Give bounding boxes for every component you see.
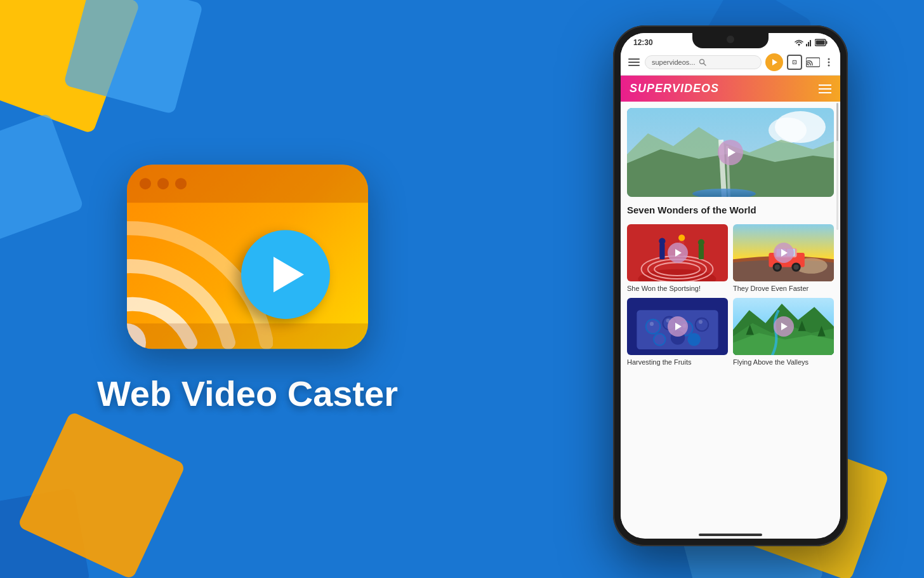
status-icons [795,39,828,46]
svg-point-13 [828,65,830,67]
status-time: 12:30 [633,38,653,47]
search-icon [699,58,706,66]
video-1-title: She Won the Sportsing! [627,284,728,293]
signal-bars-icon [806,39,812,46]
hamburger-menu-icon[interactable] [627,57,641,67]
svg-point-54 [654,335,664,345]
browser-toolbar[interactable]: supervideos... ⊡ [621,50,840,76]
more-options-icon[interactable] [824,57,834,67]
svg-rect-23 [659,243,664,260]
svg-point-11 [828,58,830,60]
phone-screen: 12:30 [621,33,840,539]
video-item-4[interactable]: Flying Above the Valleys [733,298,834,366]
svg-point-26 [678,234,685,241]
featured-video-title: Seven Wonders of the World [627,202,834,218]
svg-rect-7 [816,41,825,45]
svg-rect-6 [826,41,828,44]
featured-video-thumb[interactable] [627,108,834,197]
svg-point-38 [793,264,798,269]
video-4-play-button[interactable] [774,316,794,337]
svg-rect-2 [806,44,807,46]
svg-point-51 [696,319,708,330]
video-item-3[interactable]: Harvesting the Fruits [627,298,728,366]
svg-point-16 [769,118,807,143]
svg-point-36 [775,264,780,269]
dot-1 [140,178,151,189]
svg-rect-3 [808,42,809,46]
icon-shadow [127,323,368,349]
search-text: supervideos... [652,58,695,66]
video-thumb-car[interactable] [733,224,834,281]
left-panel: Web Video Caster [38,165,457,413]
browser-tabs-button[interactable]: ⊡ [787,55,802,70]
video-grid: She Won the Sportsing! [627,224,834,367]
video-2-play-button[interactable] [774,243,794,263]
svg-point-12 [828,62,830,64]
dot-2 [157,178,169,189]
browser-search-bar[interactable]: supervideos... [645,55,762,69]
svg-point-43 [650,322,654,326]
video-thumb-valley[interactable] [733,298,834,355]
featured-play-button[interactable] [718,140,743,165]
svg-point-42 [647,320,660,333]
svg-point-28 [698,239,704,245]
battery-icon [815,39,828,46]
video-4-title: Flying Above the Valleys [733,358,834,366]
dot-3 [175,178,187,189]
phone-home-indicator [699,534,762,536]
svg-marker-1 [798,44,800,46]
svg-rect-4 [810,40,811,46]
svg-point-24 [659,238,665,244]
icon-play-button [241,230,330,319]
video-2-title: They Drove Even Faster [733,284,834,293]
video-3-play-button[interactable] [668,316,688,337]
svg-point-56 [687,333,701,347]
scrollbar-thumb[interactable] [836,103,838,141]
phone-mockup: 12:30 [613,25,848,546]
svg-line-9 [704,64,706,66]
video-item-2[interactable]: They Drove Even Faster [733,224,834,293]
video-item-1[interactable]: She Won the Sportsing! [627,224,728,293]
scrollbar-track[interactable] [836,103,838,230]
app-title: Web Video Caster [97,374,398,413]
video-1-play-button[interactable] [668,243,688,263]
supervideos-header: SUPERVIDEOS [621,76,840,102]
video-thumb-berries[interactable] [627,298,728,355]
wifi-signal-icon [795,39,803,46]
cast-icon[interactable] [806,57,820,68]
supervideos-menu-icon[interactable] [819,84,831,93]
supervideos-title: SUPERVIDEOS [630,82,719,95]
phone-camera [727,36,734,43]
svg-point-52 [699,320,703,324]
browser-play-button[interactable] [765,53,783,71]
video-3-title: Harvesting the Fruits [627,358,728,366]
video-content-area[interactable]: Seven Wonders of the World [621,102,840,537]
phone-outer: 12:30 [613,25,848,546]
video-thumb-racing[interactable] [627,224,728,281]
svg-rect-27 [699,245,704,260]
app-icon [127,165,368,349]
